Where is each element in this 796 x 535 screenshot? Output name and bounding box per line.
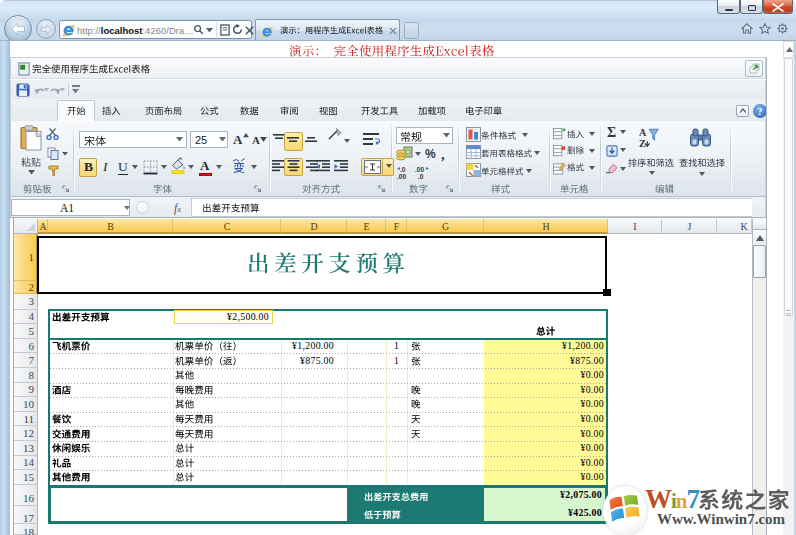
svg-text:.00: .00 [415, 166, 424, 173]
svg-text:.0: .0 [418, 173, 424, 180]
svg-text:.00: .00 [397, 173, 406, 180]
svg-text:A: A [639, 127, 647, 138]
svg-text:.0: .0 [400, 166, 406, 173]
svg-text:Z: Z [639, 138, 646, 149]
